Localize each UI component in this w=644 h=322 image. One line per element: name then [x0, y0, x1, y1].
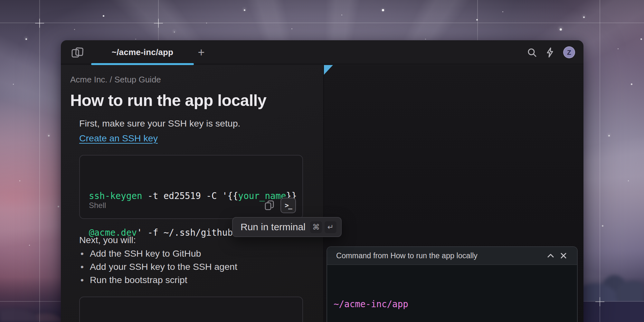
stars-glow: [0, 0, 1, 1]
terminal-panel-header[interactable]: Command from How to run the app locally: [327, 247, 577, 265]
return-key-icon: ↵: [325, 221, 336, 233]
app-window: ~/acme-inc/app +: [61, 40, 583, 322]
run-in-terminal-tooltip: Run in terminal ⌘ ↵: [232, 217, 342, 237]
list-item: Add the SSH key to GitHub: [79, 247, 323, 260]
close-icon: [560, 252, 567, 259]
grid-line-vertical: [600, 0, 600, 322]
chevron-up-icon: [547, 253, 554, 258]
tab-title: ~/acme-inc/app: [112, 47, 173, 57]
breadcrumb: Acme Inc. / Setup Guide: [70, 75, 323, 85]
library-button[interactable]: [71, 47, 85, 58]
window-content: Acme Inc. / Setup Guide How to run the a…: [61, 65, 583, 322]
lightning-button[interactable]: [545, 47, 555, 58]
search-icon: [527, 48, 537, 57]
create-ssh-key-link[interactable]: Create an SSH key: [79, 132, 158, 145]
grid-cross: [35, 19, 44, 28]
grid-cross: [595, 297, 604, 306]
search-button[interactable]: [527, 48, 537, 57]
run-in-terminal-button[interactable]: >_: [280, 198, 296, 213]
tree-silhouette-left: [0, 293, 64, 322]
copy-icon: [264, 200, 275, 211]
terminal-panel-title: Command from How to run the app locally: [336, 251, 544, 260]
page-title: How to run the app locally: [70, 91, 323, 110]
code-block-footer: Shell >_: [89, 198, 296, 213]
terminal-output[interactable]: ~/acme-inc/app ssh-keygen -t ed25519 -C …: [327, 265, 577, 322]
window-topbar: ~/acme-inc/app +: [61, 40, 583, 64]
terminal-icon: >_: [285, 202, 291, 209]
collapse-button[interactable]: [544, 249, 557, 262]
list-item: Run the bootstrap script: [79, 273, 323, 287]
close-button[interactable]: [557, 249, 570, 262]
terminal-panel: Command from How to run the app locally: [327, 246, 578, 322]
book-icon: [71, 47, 84, 58]
tab-active[interactable]: ~/acme-inc/app: [91, 40, 194, 64]
user-avatar[interactable]: Z: [563, 46, 575, 58]
code-text: # if you don't have this yet brew instal…: [80, 297, 302, 322]
terminal-pane: Command from How to run the app locally: [324, 65, 583, 322]
terminal-prompt-line: ~/acme-inc/app: [334, 298, 569, 310]
tooltip-label: Run in terminal: [241, 222, 308, 232]
next-steps-list: Add the SSH key to GitHub Add your SSH k…: [79, 247, 323, 287]
command-key-icon: ⌘: [310, 221, 322, 233]
grid-cross: [154, 19, 163, 28]
desktop: ~/acme-inc/app +: [0, 0, 644, 322]
grid-line-horizontal: [0, 23, 644, 23]
new-tab-button[interactable]: +: [194, 45, 209, 60]
document-pane: Acme Inc. / Setup Guide How to run the a…: [61, 65, 323, 322]
topbar-actions: Z: [527, 40, 575, 64]
code-block-ssh-keygen: ssh-keygen -t ed25519 -C '{{your_name}} …: [79, 155, 303, 219]
lightning-icon: [545, 47, 555, 58]
grid-line-vertical: [39, 0, 40, 322]
intro-text: First, make sure your SSH key is setup.: [79, 117, 323, 130]
list-item: Add your SSH key to the SSH agent: [79, 260, 323, 273]
drop-corner-indicator: [324, 65, 333, 75]
language-label: Shell: [89, 201, 106, 210]
code-block-bootstrap: # if you don't have this yet brew instal…: [79, 297, 303, 322]
copy-button[interactable]: [263, 199, 276, 212]
